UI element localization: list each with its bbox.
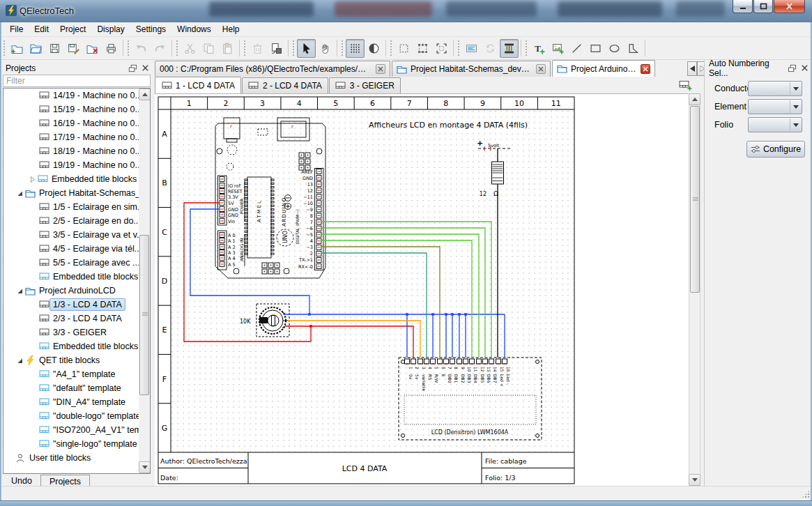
add-text-button[interactable]: T xyxy=(530,39,549,58)
tree-item-user-title-blocks[interactable]: User title blocks xyxy=(3,451,139,465)
menu-settings[interactable]: Settings xyxy=(130,23,171,36)
tree-item-qet-title-blocks[interactable]: QET title blocks xyxy=(3,353,139,367)
toolbar-drag-handle[interactable] xyxy=(127,40,130,56)
toolbar-drag-handle[interactable] xyxy=(3,40,6,56)
menu-help[interactable]: Help xyxy=(217,23,245,36)
select-tool-button[interactable] xyxy=(297,39,316,58)
tree-item-2-3-lcd-4-data[interactable]: 2/3 - LCD 4 DATA xyxy=(3,312,139,325)
tree-item-16-19-machine-no-0[interactable]: 16/19 - Machine no 0... xyxy=(3,116,139,130)
tree-item-iso7200-a4-v1-tem[interactable]: "ISO7200_A4_V1" tem... xyxy=(3,423,139,437)
project-tab-3[interactable]: Project ArduinoLCD xyxy=(552,60,655,77)
new-project-button[interactable] xyxy=(8,39,26,58)
tree-item-din-a4-template[interactable]: "DIN_A4" template xyxy=(3,395,139,409)
tree-item-14-19-machine-no-0[interactable]: 14/19 - Machine no 0... xyxy=(3,89,139,102)
selection-resize-button[interactable] xyxy=(413,39,432,58)
copy-button[interactable] xyxy=(199,39,218,58)
schematic-canvas[interactable]: 1234567891011ABCDEFGAuthor: QElectroTech… xyxy=(155,93,689,486)
close-panel-icon[interactable] xyxy=(139,63,151,73)
folio-tab-1[interactable]: 1 - LCD 4 DATA xyxy=(155,77,241,93)
print-button[interactable] xyxy=(102,39,121,58)
folio-tab-3[interactable]: 3 - GEIGER xyxy=(329,77,401,93)
close-project-button[interactable] xyxy=(83,39,102,58)
project-tab-1[interactable]: 000 : C:/Program Files (x86)/QElectroTec… xyxy=(155,61,390,77)
conductor-combobox[interactable] xyxy=(748,81,802,96)
toolbar-drag-handle[interactable] xyxy=(390,40,393,56)
toolbar-drag-handle[interactable] xyxy=(243,40,247,56)
open-project-button[interactable] xyxy=(26,39,45,58)
menu-windows[interactable]: Windows xyxy=(171,23,217,36)
float-panel-icon[interactable] xyxy=(127,63,138,73)
float-panel-icon[interactable] xyxy=(786,63,797,73)
conductor-mode-button[interactable] xyxy=(500,39,519,58)
scroll-down-button[interactable] xyxy=(139,461,151,473)
tree-item-a4-1-template[interactable]: "A4_1" template xyxy=(3,367,139,381)
tree-item-18-19-machine-no-0[interactable]: 18/19 - Machine no 0... xyxy=(3,144,139,158)
tree-item-4-5-eclairage-via-t-l[interactable]: 4/5 - Eclairage via tél... xyxy=(3,242,139,256)
selection-mode-button[interactable] xyxy=(394,39,413,58)
paste-special-button[interactable] xyxy=(267,39,286,58)
tree-item-embedded-title-blocks[interactable]: Embedded title blocks xyxy=(3,172,139,186)
menu-project[interactable]: Project xyxy=(54,23,91,36)
undo-button[interactable] xyxy=(132,39,151,58)
tab-scroll-left-button[interactable] xyxy=(687,61,697,76)
tree-item-embedded-title-blocks[interactable]: Embedded title blocks xyxy=(3,339,139,353)
toolbar-drag-handle[interactable] xyxy=(176,40,179,56)
tree-item-project-habitat-schemas[interactable]: Project Habitat-Schemas_... xyxy=(3,186,139,200)
tree-item-3-5-eclairage-va-et-v[interactable]: 3/5 - Eclairage va et v... xyxy=(3,228,139,242)
delete-button[interactable] xyxy=(248,39,267,58)
tree-item-project-arduinolcd[interactable]: Project ArduinoLCD xyxy=(3,284,139,298)
tree-item-19-19-machine-no-0[interactable]: 19/19 - Machine no 0... xyxy=(3,158,139,172)
tree-item-5-5-eclairage-avec[interactable]: 5/5 - Eclairage avec ... xyxy=(3,256,139,270)
add-folio-button[interactable] xyxy=(677,78,693,92)
tree-item-3-3-geiger[interactable]: 3/3 - GEIGER xyxy=(3,325,139,339)
save-button[interactable] xyxy=(45,39,64,58)
expanded-expander-icon[interactable] xyxy=(15,287,24,295)
resize-grip[interactable] xyxy=(802,490,810,498)
collapsed-expander-icon[interactable] xyxy=(27,176,37,183)
close-button[interactable] xyxy=(774,0,805,13)
menu-file[interactable]: File xyxy=(4,23,29,36)
rotate-button[interactable] xyxy=(481,39,500,58)
menu-display[interactable]: Display xyxy=(91,23,130,36)
tree-item-double-logo-template[interactable]: "double-logo" template xyxy=(3,409,139,423)
scroll-down-button[interactable] xyxy=(689,474,700,486)
close-tab-icon[interactable] xyxy=(376,64,385,74)
tree-item-1-3-lcd-4-data[interactable]: 1/3 - LCD 4 DATA xyxy=(3,298,139,312)
close-tab-icon[interactable] xyxy=(536,64,546,74)
element-combobox[interactable] xyxy=(748,99,802,114)
scroll-up-button[interactable] xyxy=(689,93,700,105)
tree-item-default-template[interactable]: "default" template xyxy=(3,381,139,395)
tree-item-2-5-eclairage-en-do[interactable]: 2/5 - Eclairage en do... xyxy=(3,214,139,228)
canvas-scrollbar[interactable] xyxy=(689,93,700,486)
add-ellipse-button[interactable] xyxy=(605,39,624,58)
expanded-expander-icon[interactable] xyxy=(15,357,24,365)
pan-tool-button[interactable] xyxy=(316,39,335,58)
title-bar[interactable]: QElectroTech xyxy=(0,0,812,22)
configure-button[interactable]: Configure xyxy=(746,141,805,158)
tree-scrollbar[interactable] xyxy=(139,89,151,473)
toolbar-drag-handle[interactable] xyxy=(457,40,461,56)
maximize-button[interactable] xyxy=(753,0,773,13)
toolbar-drag-handle[interactable] xyxy=(525,40,528,56)
selection-frame-button[interactable] xyxy=(432,39,451,58)
add-line-button[interactable] xyxy=(567,39,586,58)
tree-item-embedded-title-blocks[interactable]: Embedded title blocks xyxy=(3,270,139,284)
add-polygon-button[interactable] xyxy=(624,39,643,58)
toolbar-drag-handle[interactable] xyxy=(292,40,296,56)
tree-item-17-19-machine-no-0[interactable]: 17/19 - Machine no 0... xyxy=(3,130,139,144)
save-as-button[interactable] xyxy=(64,39,83,58)
canvas-scrollbar-thumb[interactable] xyxy=(690,106,700,293)
expanded-expander-icon[interactable] xyxy=(15,190,24,197)
add-rectangle-button[interactable] xyxy=(586,39,605,58)
project-tab-2[interactable]: Project Habitat-Schemas_developpes xyxy=(392,61,551,77)
grid-toggle-button[interactable] xyxy=(346,39,365,58)
redo-button[interactable] xyxy=(151,39,169,58)
close-panel-icon[interactable] xyxy=(799,63,810,73)
contrast-theme-button[interactable] xyxy=(365,39,383,58)
minimize-button[interactable] xyxy=(733,0,753,13)
filter-input[interactable] xyxy=(3,75,151,87)
tree-item-1-5-eclairage-en-sim[interactable]: 1/5 - Eclairage en sim... xyxy=(3,200,139,214)
folio-combobox[interactable] xyxy=(748,117,802,132)
add-image-button[interactable] xyxy=(549,39,567,58)
cut-button[interactable] xyxy=(181,39,199,58)
